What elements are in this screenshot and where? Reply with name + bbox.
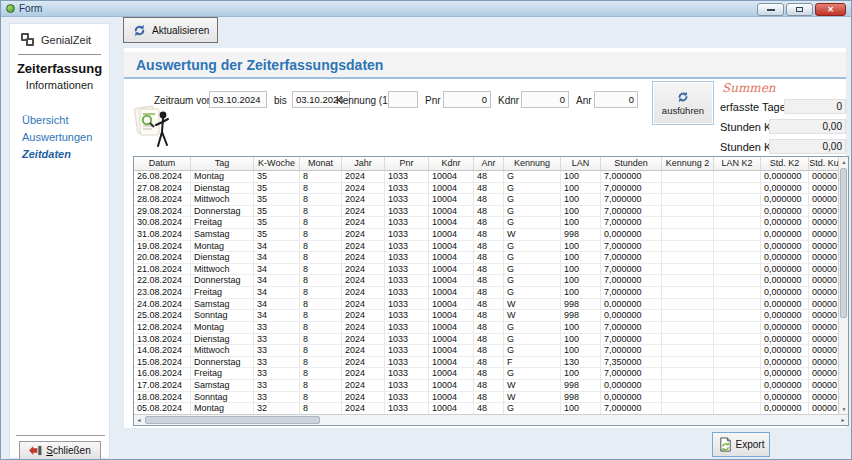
scroll-left-arrow[interactable]: ◄ xyxy=(134,415,144,425)
table-cell: 10004 xyxy=(429,334,474,345)
table-cell: 100 xyxy=(561,206,601,217)
table-row[interactable]: 27.08.2024Dienstag358202410331000448G100… xyxy=(134,183,838,195)
summen-title: Summen xyxy=(722,81,776,95)
table-row[interactable]: 18.08.2024Sonntag338202410331000448W9980… xyxy=(134,392,838,404)
table-row[interactable]: 17.08.2024Samstag338202410331000448W9980… xyxy=(134,380,838,392)
table-cell: 48 xyxy=(474,345,504,356)
close-window-button[interactable]: ✕ xyxy=(815,3,846,16)
table-cell: 0,000000 xyxy=(761,380,809,391)
stunden-k1-value: 0,00 xyxy=(769,119,846,134)
table-cell: G xyxy=(504,241,561,252)
vertical-scrollbar[interactable]: ▲ ▼ xyxy=(838,157,848,414)
table-row[interactable]: 19.08.2024Montag348202410331000448G1007,… xyxy=(134,241,838,253)
table-cell xyxy=(714,299,761,310)
table-cell: 48 xyxy=(474,380,504,391)
table-cell: 0,000000 xyxy=(761,194,809,205)
column-header-kdnr[interactable]: Kdnr xyxy=(429,157,474,170)
table-cell: 2024 xyxy=(342,229,385,240)
column-header-std-ku[interactable]: Std. Ku xyxy=(809,157,840,170)
sidebar-item-übersicht[interactable]: Übersicht xyxy=(22,115,109,125)
table-cell: 48 xyxy=(474,334,504,345)
export-button[interactable]: Export xyxy=(712,432,770,457)
column-header-pnr[interactable]: Pnr xyxy=(385,157,429,170)
column-header-std-k2[interactable]: Std. K2 xyxy=(761,157,809,170)
table-cell xyxy=(662,206,714,217)
table-row[interactable]: 12.08.2024Montag338202410331000448G1007,… xyxy=(134,322,838,334)
minimize-button[interactable] xyxy=(757,3,784,16)
sidebar-item-auswertungen[interactable]: Auswertungen xyxy=(22,132,109,142)
column-header-anr[interactable]: Anr xyxy=(474,157,504,170)
table-cell: 0,000000 xyxy=(761,229,809,240)
window-titlebar[interactable]: Form xyxy=(1,1,851,17)
table-row[interactable]: 15.08.2024Donnerstag338202410331000448F1… xyxy=(134,357,838,369)
table-cell xyxy=(714,380,761,391)
table-row[interactable]: 23.08.2024Freitag348202410331000448G1007… xyxy=(134,287,838,299)
vertical-scrollbar-thumb[interactable] xyxy=(840,168,847,318)
zeitdaten-table: DatumTagK-WocheMonatJahrPnrKdnrAnrKennun… xyxy=(133,156,849,426)
column-header-tag[interactable]: Tag xyxy=(191,157,254,170)
table-cell: 7,000000 xyxy=(601,206,662,217)
table-row[interactable]: 25.08.2024Sonntag348202410331000448W9980… xyxy=(134,310,838,322)
table-cell: 2024 xyxy=(342,345,385,356)
sidebar-item-zeitdaten[interactable]: Zeitdaten xyxy=(22,149,109,159)
table-row[interactable]: 31.08.2024Samstag358202410331000448W9980… xyxy=(134,229,838,241)
column-header-kennung-2[interactable]: Kennung 2 xyxy=(662,157,714,170)
table-row[interactable]: 13.08.2024Dienstag338202410331000448G100… xyxy=(134,334,838,346)
column-header-lan-k2[interactable]: LAN K2 xyxy=(714,157,761,170)
scroll-down-arrow[interactable]: ▼ xyxy=(839,404,849,414)
table-row[interactable]: 14.08.2024Mittwoch338202410331000448G100… xyxy=(134,345,838,357)
aktualisieren-button[interactable]: Aktualisieren xyxy=(123,17,218,43)
column-header-monat[interactable]: Monat xyxy=(300,157,342,170)
kennung-label: Kennung (1) xyxy=(336,95,391,106)
column-header-stunden[interactable]: Stunden xyxy=(601,157,662,170)
table-cell: 8 xyxy=(300,334,342,345)
table-cell: 0,000000 xyxy=(761,403,809,414)
table-row[interactable]: 16.08.2024Freitag338202410331000448G1007… xyxy=(134,368,838,380)
column-header-jahr[interactable]: Jahr xyxy=(342,157,385,170)
table-cell xyxy=(662,229,714,240)
table-cell: 48 xyxy=(474,310,504,321)
table-row[interactable]: 22.08.2024Donnerstag348202410331000448G1… xyxy=(134,275,838,287)
kdnr-input[interactable] xyxy=(521,91,569,108)
column-header-k-woche[interactable]: K-Woche xyxy=(254,157,300,170)
table-cell: 2024 xyxy=(342,392,385,403)
table-cell: G xyxy=(504,403,561,414)
table-cell: 8 xyxy=(300,275,342,286)
column-header-datum[interactable]: Datum xyxy=(134,157,191,170)
table-row[interactable]: 20.08.2024Dienstag348202410331000448G100… xyxy=(134,252,838,264)
table-row[interactable]: 29.08.2024Donnerstag358202410331000448G1… xyxy=(134,206,838,218)
horizontal-scrollbar[interactable]: ◄ ► xyxy=(134,414,848,425)
column-header-lan[interactable]: LAN xyxy=(561,157,601,170)
table-row[interactable]: 26.08.2024Montag358202410331000448G1007,… xyxy=(134,171,838,183)
table-cell: G xyxy=(504,334,561,345)
anr-input[interactable] xyxy=(594,91,638,108)
table-cell: 8 xyxy=(300,310,342,321)
pnr-input[interactable] xyxy=(443,91,491,108)
table-cell: 48 xyxy=(474,322,504,333)
table-row[interactable]: 05.08.2024Montag328202410331000448G1007,… xyxy=(134,403,838,414)
table-cell: 8 xyxy=(300,194,342,205)
scroll-right-arrow[interactable]: ► xyxy=(838,415,848,425)
table-cell: 0,000000 xyxy=(601,380,662,391)
table-cell: 8 xyxy=(300,345,342,356)
kennung-input[interactable] xyxy=(388,91,418,108)
pnr-label: Pnr xyxy=(425,95,441,106)
table-cell: 7,000000 xyxy=(601,368,662,379)
column-header-kennung[interactable]: Kennung xyxy=(504,157,561,170)
table-cell: 8 xyxy=(300,368,342,379)
table-cell: 34 xyxy=(254,252,300,263)
table-row[interactable]: 24.08.2024Samstag348202410331000448W9980… xyxy=(134,299,838,311)
schliessen-button[interactable]: Schließen xyxy=(19,441,101,460)
table-row[interactable]: 30.08.2024Freitag358202410331000448G1007… xyxy=(134,217,838,229)
table-cell xyxy=(714,241,761,252)
ausfuehren-button[interactable]: ausführen xyxy=(652,81,714,125)
table-cell: 48 xyxy=(474,264,504,275)
maximize-button[interactable] xyxy=(786,3,813,16)
zeitraum-von-input[interactable] xyxy=(209,91,267,108)
table-cell: 48 xyxy=(474,206,504,217)
horizontal-scrollbar-thumb[interactable] xyxy=(145,416,320,424)
table-cell: 1033 xyxy=(385,287,429,298)
scroll-up-arrow[interactable]: ▲ xyxy=(839,157,849,167)
table-row[interactable]: 28.08.2024Mittwoch358202410331000448G100… xyxy=(134,194,838,206)
table-row[interactable]: 21.08.2024Mittwoch348202410331000448G100… xyxy=(134,264,838,276)
